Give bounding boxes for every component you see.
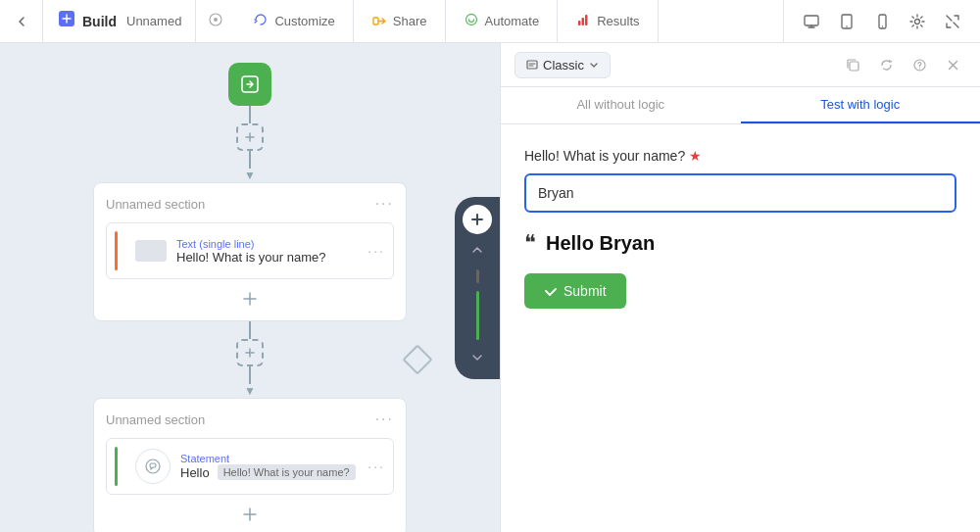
float-up-icon[interactable] [467,240,487,264]
brand-settings-icon[interactable] [196,12,235,30]
automate-icon [464,12,479,30]
brand-title: Build [82,14,117,29]
section-2-title: Unnamed section [106,412,205,427]
speech-bubble-icon [135,449,171,484]
nav-right-icons [783,0,980,43]
automate-label: Automate [485,14,540,28]
panel-copy-icon[interactable] [839,51,866,78]
submit-label: Submit [564,283,607,299]
back-button[interactable] [0,0,43,43]
settings-icon[interactable] [902,6,933,37]
add-step-2[interactable] [236,339,264,366]
share-label: Share [393,14,427,28]
float-add-button[interactable] [463,205,492,234]
right-panel-tabs: All without logic Test with logic [501,87,980,124]
tablet-icon[interactable] [831,6,862,37]
svg-rect-5 [578,21,581,25]
tab-all-without-logic[interactable]: All without logic [501,87,741,123]
connector-1: ▼ [236,106,264,182]
svg-point-19 [918,68,919,69]
svg-rect-7 [585,15,588,25]
section-1-menu[interactable]: ··· [375,195,394,213]
classic-dropdown[interactable]: Classic [514,52,611,78]
expand-icon[interactable] [937,6,968,37]
logic-diamond [407,349,428,370]
svg-rect-8 [805,16,818,25]
brand-icon [57,9,76,33]
customize-label: Customize [274,14,334,28]
field-label-2: Hello [180,465,210,480]
brand-area: Build Unnamed [43,0,196,43]
panel-header-icons [839,51,966,78]
main-content: ▼ Unnamed section ··· Text (single line)… [0,43,980,532]
section-2-menu[interactable]: ··· [375,411,394,428]
add-step-1[interactable] [236,123,264,151]
svg-point-2 [214,18,218,22]
field-item-2[interactable]: Statement Hello Hello! What is your name… [106,438,394,495]
svg-point-12 [882,25,883,26]
field-2-menu[interactable]: ··· [368,459,385,474]
mobile-icon[interactable] [866,6,898,37]
field-icon-text [135,240,167,262]
panel-close-icon[interactable] [939,51,966,78]
svg-rect-16 [527,61,537,69]
hello-text: Hello Bryan [546,232,655,255]
field-type-1: Text (single line) [176,238,358,250]
field-info-2: Statement Hello Hello! What is your name… [180,453,358,480]
share-icon [371,12,387,30]
svg-point-10 [846,25,848,27]
section-2-header: Unnamed section ··· [106,411,394,428]
right-panel-header: Classic [501,43,980,87]
answer-input[interactable] [524,173,956,213]
canvas-flow: ▼ Unnamed section ··· Text (single line)… [0,43,500,532]
panel-help-icon[interactable] [906,51,933,78]
brand-name: Unnamed [126,14,181,28]
field-type-2: Statement [180,453,358,464]
section-card-1: Unnamed section ··· Text (single line) H… [93,182,407,321]
canvas-panel: ▼ Unnamed section ··· Text (single line)… [0,43,500,532]
svg-rect-6 [582,18,585,25]
nav-tabs: Customize Share Automate Results [235,0,783,43]
tab-results[interactable]: Results [558,0,658,43]
svg-point-15 [146,459,160,473]
section-1-add-btn[interactable] [106,289,394,309]
customize-icon [253,12,269,30]
right-panel-body: Hello! What is your name? ★ ❝ Hello Brya… [501,124,980,532]
section-card-2: Unnamed section ··· Statement Hello Hell… [93,398,407,532]
svg-point-4 [466,15,476,25]
stmt-tag: Hello! What is your name? [218,464,356,480]
panel-refresh-icon[interactable] [872,51,900,78]
tab-test-with-logic[interactable]: Test with logic [741,87,981,123]
float-progress-bar [476,291,479,340]
float-down-icon[interactable] [467,348,487,371]
field-item-1[interactable]: Text (single line) Hello! What is your n… [106,222,394,279]
top-nav: Build Unnamed Customize Share Automate [0,0,980,43]
tab-share[interactable]: Share [354,0,446,43]
connector-2-flow: ▼ [236,321,264,398]
desktop-icon[interactable] [796,6,827,37]
field-info-1: Text (single line) Hello! What is your n… [176,238,358,265]
section-1-title: Unnamed section [106,197,205,212]
submit-button[interactable]: Submit [524,273,626,309]
connector-2: ▼ [0,321,500,398]
field-label-1: Hello! What is your name? [176,250,358,265]
hello-display: ❝ Hello Bryan [524,230,956,256]
right-panel: Classic All without log [500,43,980,532]
results-icon [575,12,591,30]
results-label: Results [597,14,639,28]
section-1-header: Unnamed section ··· [106,195,394,213]
required-star: ★ [689,148,702,164]
svg-rect-3 [373,18,378,24]
classic-label: Classic [543,58,584,73]
float-toolbar [455,197,500,379]
question-label: Hello! What is your name? ★ [524,148,956,164]
svg-point-13 [915,19,920,24]
tab-automate[interactable]: Automate [446,0,559,43]
quote-icon: ❝ [524,230,536,256]
section-2-add-btn[interactable] [106,505,394,524]
toolbar-drag-handle [476,269,479,283]
start-icon [228,63,271,106]
svg-rect-17 [850,62,858,71]
field-1-menu[interactable]: ··· [368,243,385,259]
tab-customize[interactable]: Customize [235,0,353,43]
